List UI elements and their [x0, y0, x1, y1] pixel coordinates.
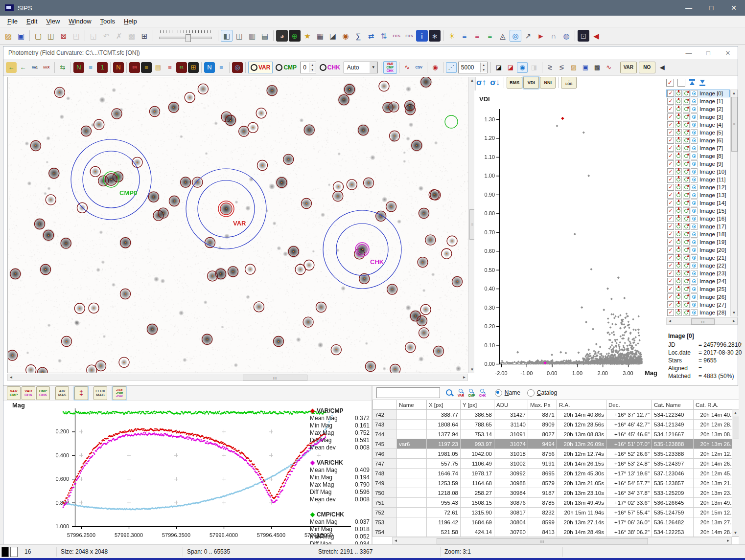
align-status-icon[interactable]: [675, 176, 682, 183]
photometry-status-icon[interactable]: [691, 176, 698, 183]
match-reset-icon[interactable]: ≡: [164, 62, 175, 73]
match-status-icon[interactable]: [683, 98, 690, 105]
match-81-icon[interactable]: 81: [176, 62, 187, 73]
match-status-icon[interactable]: [683, 192, 690, 199]
stack-align-icon[interactable]: ≡: [484, 30, 496, 42]
photometry-status-icon[interactable]: [691, 223, 698, 230]
var-cmp-chk-icon[interactable]: VARCMPCHK: [383, 61, 397, 74]
align-status-icon[interactable]: [675, 145, 682, 152]
match-status-icon[interactable]: [683, 160, 690, 167]
photometry-status-icon[interactable]: [691, 168, 698, 175]
table-row[interactable]: 7461981.051042.0031018875620h 12m 12.74s…: [373, 449, 739, 459]
align-status-icon[interactable]: [675, 246, 682, 253]
match-status-icon[interactable]: [683, 215, 690, 222]
legend-button[interactable]: ▪VAR▪CMP▪CHK: [113, 386, 126, 400]
image-list-item[interactable]: ✓Image [6]: [666, 136, 730, 144]
align-status-icon[interactable]: [675, 90, 682, 97]
image-enabled-checkbox[interactable]: ✓: [667, 168, 674, 175]
var-toggle[interactable]: VAR: [248, 62, 273, 73]
image-list-item[interactable]: ✓Image [28]: [666, 309, 730, 316]
merge-a-icon[interactable]: ≷: [545, 62, 556, 73]
select-one-star-icon[interactable]: 1: [97, 62, 108, 73]
image-list-item[interactable]: ✓Image [11]: [666, 176, 730, 183]
select-none-checkbox[interactable]: [677, 79, 685, 87]
table-row[interactable]: 7481646.741978.1730992869520h 12m 45.30s…: [373, 469, 739, 478]
photometry-status-icon[interactable]: [691, 246, 698, 253]
collimation-icon[interactable]: ◎: [510, 30, 521, 42]
image-enabled-checkbox[interactable]: ✓: [667, 231, 674, 238]
prev-folder-icon[interactable]: ←: [6, 62, 17, 73]
image-enabled-checkbox[interactable]: ✓: [667, 129, 674, 136]
scroll-top-icon[interactable]: [689, 79, 696, 86]
errorbar-button[interactable]: ‡: [74, 386, 88, 400]
image-remove-icon[interactable]: imX: [41, 62, 52, 73]
fits-filter-icon[interactable]: FITS: [391, 30, 402, 42]
image-list-item[interactable]: ✓Image [20]: [666, 246, 730, 254]
image-list-item[interactable]: ✓Image [5]: [666, 129, 730, 136]
align-status-icon[interactable]: [675, 286, 682, 292]
lightcurve-doc-icon[interactable]: ∿: [402, 62, 413, 73]
image-enabled-checkbox[interactable]: ✓: [667, 90, 674, 97]
photometry-status-icon[interactable]: [691, 121, 698, 128]
star-select-icon[interactable]: ★: [302, 30, 313, 42]
align-status-icon[interactable]: [675, 184, 682, 191]
child-maximize-button[interactable]: □: [698, 46, 718, 59]
match-status-icon[interactable]: [683, 301, 690, 308]
align-status-icon[interactable]: [675, 278, 682, 285]
match-status-icon[interactable]: [683, 129, 690, 136]
table-row[interactable]: 7431808.64788.6531140890920h 12m 28.56s+…: [373, 420, 739, 429]
align-status-icon[interactable]: [675, 215, 682, 222]
photometry-status-icon[interactable]: [691, 184, 698, 191]
align-status-icon[interactable]: [675, 160, 682, 167]
image-list-item[interactable]: ✓Image [27]: [666, 301, 730, 309]
nni-button[interactable]: NNI: [540, 77, 556, 89]
air-mass-button[interactable]: AIRMAS: [55, 386, 69, 400]
pointer-icon[interactable]: ►: [535, 30, 547, 42]
table-row[interactable]: 7531196.421684.6930804859920h 13m 27.14s…: [373, 517, 739, 527]
image-enabled-checkbox[interactable]: ✓: [667, 200, 674, 206]
close-button[interactable]: ✕: [722, 0, 745, 16]
photometry-status-icon[interactable]: [691, 192, 698, 199]
match-status-icon[interactable]: [683, 270, 690, 277]
image-enabled-checkbox[interactable]: ✓: [667, 301, 674, 308]
menu-window[interactable]: Window: [64, 17, 95, 26]
image-list-vertical-scrollbar[interactable]: ▲ ≡ ▼: [730, 90, 738, 316]
photometry-status-icon[interactable]: [691, 231, 698, 238]
image-list-item[interactable]: ✓Image [12]: [666, 183, 730, 191]
negative-red-icon[interactable]: ◪: [505, 62, 516, 73]
gradient-icon[interactable]: ◨: [529, 62, 539, 73]
tile-vertical-icon[interactable]: ▥: [246, 30, 258, 42]
math-icon[interactable]: ∑: [352, 30, 364, 42]
var-chk-button[interactable]: VARCHK: [22, 386, 35, 400]
photometry-status-icon[interactable]: [691, 200, 698, 206]
transform-format-icon[interactable]: ⇄: [365, 30, 377, 42]
photometry-status-icon[interactable]: [691, 262, 698, 269]
child-minimize-button[interactable]: —: [679, 46, 698, 59]
image-enabled-checkbox[interactable]: ✓: [667, 153, 674, 159]
cmp-count-spinner[interactable]: 0▲▼: [300, 62, 316, 73]
cmp-chk-button[interactable]: CMPCHK: [36, 386, 50, 400]
report-icon[interactable]: ◉: [430, 62, 441, 73]
dark-grid-icon[interactable]: ▩: [592, 62, 603, 73]
align-status-icon[interactable]: [675, 121, 682, 128]
image-enabled-checkbox[interactable]: ✓: [667, 113, 674, 120]
image-list-item[interactable]: ✓Image [23]: [666, 269, 730, 277]
photometry-status-icon[interactable]: [691, 113, 698, 120]
photometry-status-icon[interactable]: [691, 309, 698, 316]
photometry-status-icon[interactable]: [691, 278, 698, 285]
align-status-icon[interactable]: [675, 270, 682, 277]
image-list-item[interactable]: ✓Image [24]: [666, 277, 730, 285]
match-status-icon[interactable]: [683, 309, 690, 316]
image-list-item[interactable]: ✓Image [16]: [666, 215, 730, 223]
blink-align-icon[interactable]: ◬: [497, 30, 509, 42]
image-enabled-checkbox[interactable]: ✓: [667, 293, 674, 300]
image-list-horizontal-scrollbar[interactable]: ◄ ‖‖ ►: [666, 317, 738, 325]
negative-icon[interactable]: ◪: [493, 62, 504, 73]
photometry-status-icon[interactable]: [691, 106, 698, 112]
image-enabled-checkbox[interactable]: ✓: [667, 239, 674, 246]
photometry-settings-icon[interactable]: ≡: [216, 62, 227, 73]
search-by-name-radio[interactable]: [495, 389, 502, 397]
align-status-icon[interactable]: [675, 106, 682, 112]
photometry-all-icon[interactable]: ◎: [232, 62, 243, 73]
crosshair-icon[interactable]: ⊕: [289, 30, 301, 42]
